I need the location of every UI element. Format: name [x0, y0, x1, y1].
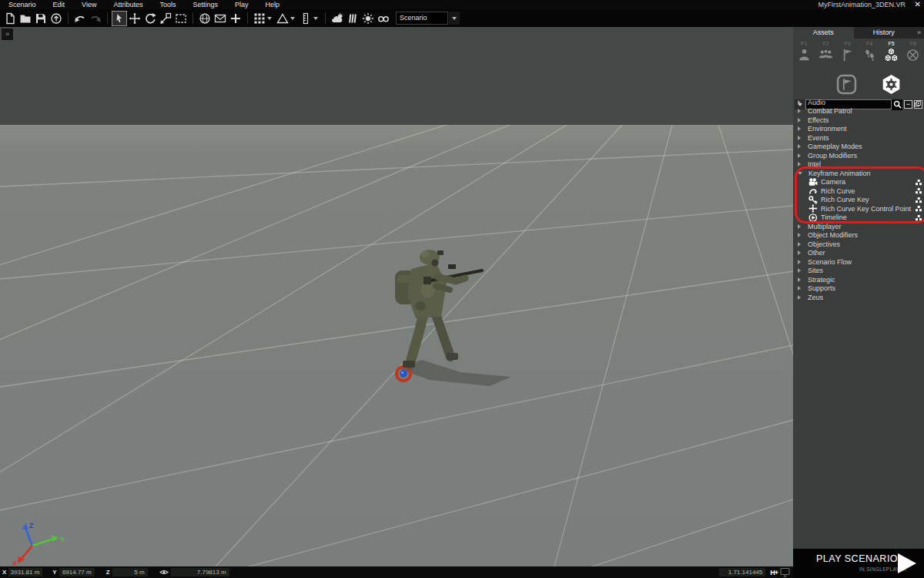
tree-item-rich-curve[interactable]: Rich Curve	[793, 187, 924, 196]
chevron-down-icon[interactable]	[313, 17, 318, 20]
stats-toggle-icon[interactable]: H+	[770, 569, 778, 576]
interface-toggle-icon[interactable]	[780, 567, 790, 577]
redo-icon[interactable]	[88, 11, 103, 26]
tree-item-supports[interactable]: Supports	[793, 284, 924, 294]
chevron-down-icon[interactable]	[267, 17, 272, 20]
publish-icon[interactable]	[49, 11, 64, 26]
mode-markers[interactable]: F6	[902, 40, 924, 73]
tab-assets[interactable]: Assets	[793, 27, 854, 39]
tree-item-label: Supports	[808, 284, 835, 292]
chevron-right-icon	[798, 250, 801, 255]
locations-icon[interactable]	[197, 11, 213, 26]
z-axis-label: Z	[106, 569, 110, 576]
key-icon	[808, 196, 818, 204]
scenario-phase-dropdown[interactable]: Scenario	[396, 12, 460, 25]
x-coordinate-field[interactable]: 3931.81 m	[8, 568, 42, 576]
status-bar: X 3931.81 m Y 6914.77 m Z 5 m 7.79813 m …	[0, 566, 793, 578]
tree-item-combat-patrol[interactable]: Combat Patrol	[793, 107, 924, 116]
menu-edit[interactable]: Edit	[45, 0, 74, 9]
toolbar-divider	[68, 12, 69, 24]
tree-item-label: Objectives	[808, 240, 840, 248]
play-icon[interactable]	[898, 553, 916, 573]
toolbar-divider	[247, 12, 248, 24]
select-tool-icon[interactable]	[112, 11, 127, 26]
menu-view[interactable]: View	[73, 0, 105, 9]
menu-settings[interactable]: Settings	[184, 0, 226, 9]
tab-history[interactable]: History	[854, 27, 915, 39]
area-select-tool-icon[interactable]	[173, 11, 189, 26]
mode-modules[interactable]: F5	[880, 40, 902, 73]
play-scenario-panel[interactable]: PLAY SCENARIO IN SINGLEPLAYER	[793, 549, 924, 578]
tree-item-intel[interactable]: Intel	[793, 160, 924, 170]
tree-item-events[interactable]: Events	[793, 133, 924, 143]
scale-tool-icon[interactable]	[158, 11, 173, 26]
scenario-phase-value[interactable]: Scenario	[396, 12, 448, 25]
menu-help[interactable]: Help	[257, 0, 289, 9]
translate-tool-icon[interactable]	[127, 11, 142, 26]
save-icon[interactable]	[33, 11, 49, 26]
tree-item-audio[interactable]: Audio	[793, 98, 924, 107]
tree-item-rich-curve-key-control-point[interactable]: Rich Curve Key Control Point	[793, 204, 924, 213]
tree-item-timeline[interactable]: Timeline	[793, 213, 924, 223]
soldier-unit[interactable]	[374, 241, 521, 395]
chevron-down-icon[interactable]	[290, 17, 295, 20]
tree-item-object-modifiers[interactable]: Object Modifiers	[793, 231, 924, 240]
ruler-icon[interactable]	[298, 11, 313, 26]
surface-snap-icon[interactable]	[275, 11, 290, 26]
tree-item-zeus[interactable]: Zeus	[793, 293, 924, 302]
mode-units[interactable]: F1	[793, 40, 815, 73]
tree-item-label: Events	[808, 134, 829, 142]
tree-item-multiplayer[interactable]: Multiplayer	[793, 222, 924, 231]
new-scenario-icon[interactable]	[2, 11, 18, 26]
mode-triggers[interactable]: F3	[837, 40, 859, 73]
tree-item-strategic[interactable]: Strategic	[793, 275, 924, 284]
tree-item-effects[interactable]: Effects	[793, 116, 924, 125]
grid-snap-icon[interactable]	[252, 11, 267, 26]
chevron-down-icon[interactable]	[449, 12, 460, 25]
chevron-right-icon	[798, 268, 801, 273]
undo-icon[interactable]	[72, 11, 88, 26]
z-coordinate-field[interactable]: 5 m	[112, 568, 148, 576]
camera-height-field[interactable]: 7.79813 m	[171, 568, 229, 576]
fkey-label: F3	[845, 40, 851, 47]
tree-item-objectives[interactable]: Objectives	[793, 240, 924, 249]
tree-item-scenario-flow[interactable]: Scenario Flow	[793, 257, 924, 267]
scene-viewport[interactable]: » Z Y	[0, 27, 793, 566]
tree-item-other[interactable]: Other	[793, 249, 924, 258]
tabs-overflow-icon[interactable]: »	[914, 27, 924, 39]
menu-scenario[interactable]: Scenario	[0, 0, 45, 9]
close-icon[interactable]: ✕	[915, 0, 921, 9]
toolbar-divider	[325, 12, 326, 24]
tree-item-label: Strategic	[808, 276, 835, 284]
asset-subcategory-row	[793, 73, 924, 98]
tree-item-gameplay-modes[interactable]: Gameplay Modes	[793, 143, 924, 152]
messages-icon[interactable]	[213, 11, 228, 26]
visibility-icon[interactable]	[376, 11, 391, 26]
tree-item-environment[interactable]: Environment	[793, 125, 924, 134]
tree-item-keyframe-animation[interactable]: Keyframe Animation	[793, 169, 924, 178]
assets-panel: Assets History » F1 F2 F3 F4 F5 F6	[793, 27, 924, 549]
add-object-icon[interactable]	[228, 11, 243, 26]
panel-expand-button[interactable]: »	[2, 29, 13, 40]
open-scenario-icon[interactable]	[18, 11, 33, 26]
menu-attributes[interactable]: Attributes	[105, 0, 151, 9]
tree-item-label: Keyframe Animation	[808, 170, 871, 177]
footprints-icon	[862, 48, 877, 62]
lighting-icon[interactable]	[360, 11, 376, 26]
tree-item-rich-curve-key[interactable]: Rich Curve Key	[793, 196, 924, 205]
mode-waypoints[interactable]: F4	[859, 40, 880, 73]
systems-gear-icon[interactable]	[881, 74, 902, 95]
chevron-right-icon	[798, 136, 801, 140]
time-of-day-icon[interactable]	[345, 11, 360, 26]
composition-flag-icon[interactable]	[836, 74, 857, 95]
tree-item-group-modifiers[interactable]: Group Modifiers	[793, 151, 924, 160]
tree-item-sites[interactable]: Sites	[793, 267, 924, 276]
weather-icon[interactable]	[330, 11, 345, 26]
menu-tools[interactable]: Tools	[151, 0, 184, 9]
y-coordinate-field[interactable]: 6914.77 m	[59, 568, 95, 576]
mode-groups[interactable]: F2	[815, 40, 836, 73]
rotate-tool-icon[interactable]	[142, 11, 158, 26]
tree-item-camera[interactable]: Camera	[793, 178, 924, 187]
menu-play[interactable]: Play	[226, 0, 257, 9]
chevron-right-icon	[798, 144, 801, 149]
